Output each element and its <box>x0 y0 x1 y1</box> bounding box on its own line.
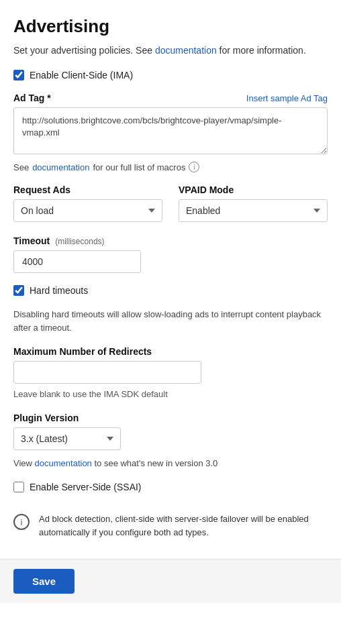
plugin-version-label: Plugin Version <box>13 413 79 423</box>
page-description: Set your advertising policies. See docum… <box>13 44 328 58</box>
hard-timeouts-section: Hard timeouts Disabling hard timeouts wi… <box>13 285 328 334</box>
save-button[interactable]: Save <box>13 569 75 594</box>
hard-timeouts-description: Disabling hard timeouts will allow slow-… <box>13 308 328 334</box>
timeout-input-wrapper: 4000 <box>13 250 141 273</box>
max-redirects-section: Maximum Number of Redirects <box>13 346 328 384</box>
request-ads-group: Request Ads On load On play On demand <box>13 184 162 222</box>
page-title: Advertising <box>13 16 328 37</box>
hard-timeouts-row: Hard timeouts <box>13 285 328 296</box>
ad-tag-header-row: Ad Tag * Insert sample Ad Tag <box>13 93 328 103</box>
request-vpaid-row: Request Ads On load On play On demand VP… <box>13 184 328 222</box>
timeout-section: Timeout (milliseconds) 4000 <box>13 235 328 273</box>
vpaid-mode-label: VPAID Mode <box>179 184 328 195</box>
save-bar: Save <box>0 559 341 603</box>
request-ads-select[interactable]: On load On play On demand <box>13 199 162 222</box>
plugin-doc-link[interactable]: documentation <box>35 458 92 468</box>
description-doc-link[interactable]: documentation <box>155 45 217 56</box>
timeout-label: Timeout <box>13 235 50 246</box>
advertising-page: Advertising Set your advertising policie… <box>0 0 341 644</box>
info-box-text: Ad block detection, client-side with ser… <box>39 513 328 539</box>
hard-timeouts-label: Hard timeouts <box>30 285 88 296</box>
ad-tag-label: Ad Tag * <box>13 93 51 103</box>
plugin-note: View documentation to see what's new in … <box>13 458 328 468</box>
enable-ssai-row: Enable Server-Side (SSAI) <box>13 482 328 492</box>
timeout-sublabel: (milliseconds) <box>55 237 104 246</box>
redirects-hint: Leave blank to use the IMA SDK default <box>13 389 328 399</box>
timeout-input[interactable]: 4000 <box>13 250 141 273</box>
max-redirects-input-wrapper <box>13 361 201 384</box>
vpaid-mode-group: VPAID Mode Enabled Disabled Insecure <box>179 184 328 222</box>
hard-timeouts-checkbox[interactable] <box>13 285 24 296</box>
request-ads-label: Request Ads <box>13 184 162 195</box>
max-redirects-label: Maximum Number of Redirects <box>13 346 152 357</box>
plugin-version-select[interactable]: 3.x (Latest) 2.x 1.x <box>13 427 121 450</box>
enable-ssai-label: Enable Server-Side (SSAI) <box>30 482 142 492</box>
timeout-label-row: Timeout (milliseconds) <box>13 235 328 246</box>
enable-client-side-row: Enable Client-Side (IMA) <box>13 70 328 80</box>
enable-client-side-checkbox[interactable] <box>13 70 24 80</box>
info-box-icon: i <box>13 514 30 530</box>
macro-doc-link[interactable]: documentation <box>32 162 89 172</box>
info-box: i Ad block detection, client-side with s… <box>13 506 328 545</box>
enable-ssai-checkbox[interactable] <box>13 482 24 492</box>
macro-note: See documentation for our full list of m… <box>13 162 328 172</box>
ad-tag-input[interactable]: http://solutions.brightcove.com/bcls/bri… <box>13 107 328 154</box>
plugin-select-wrapper: 3.x (Latest) 2.x 1.x <box>13 427 121 450</box>
plugin-version-section: Plugin Version 3.x (Latest) 2.x 1.x <box>13 413 328 450</box>
enable-ssai-section: Enable Server-Side (SSAI) <box>13 482 328 492</box>
vpaid-mode-select[interactable]: Enabled Disabled Insecure <box>179 199 328 222</box>
max-redirects-input[interactable] <box>13 361 201 384</box>
macro-info-icon: i <box>189 162 199 172</box>
enable-client-side-label: Enable Client-Side (IMA) <box>30 70 133 80</box>
insert-sample-ad-tag-link[interactable]: Insert sample Ad Tag <box>246 93 328 103</box>
